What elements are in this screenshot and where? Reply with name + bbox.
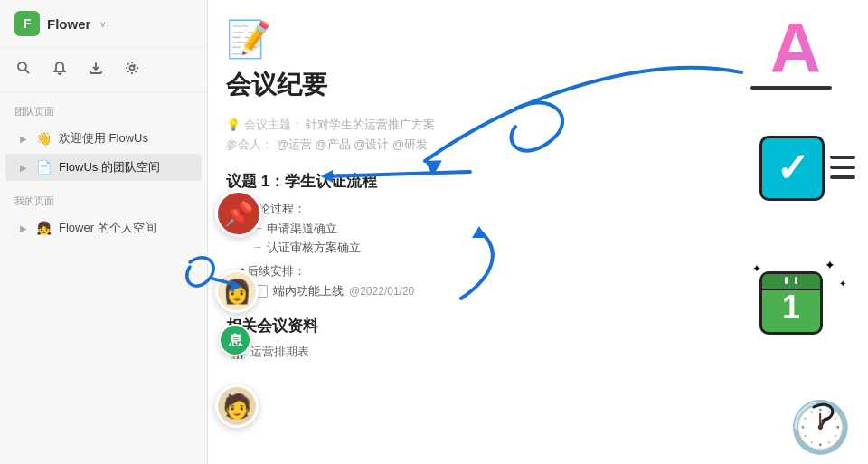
doc-meta-attendees: 参会人： @运营 @产品 @设计 @研发: [226, 137, 696, 153]
welcome-label: 欢迎使用 FlowUs: [59, 130, 148, 147]
avatar-1: 📌: [215, 190, 262, 237]
sidebar-item-personal-space[interactable]: ▶ 👧 Flower 的个人空间: [5, 214, 202, 241]
my-section-label: 我的页面: [0, 182, 207, 213]
app-logo: F: [14, 11, 40, 36]
team-space-icon: 📄: [36, 160, 52, 175]
team-space-label: FlowUs 的团队空间: [59, 159, 160, 175]
team-section-label: 团队页面: [0, 92, 207, 124]
personal-space-label: Flower 的个人空间: [59, 220, 156, 236]
avatar-2: 👩: [215, 270, 259, 313]
notifications-button[interactable]: [51, 59, 69, 80]
topic-value: 针对学生的运营推广方案: [306, 118, 435, 131]
deco-letter-a: A: [770, 13, 821, 83]
page-wrapper: F Flower ∨: [0, 0, 868, 464]
deco-underline: [750, 86, 832, 90]
attendees-value: @运营 @产品 @设计 @研发: [277, 137, 429, 151]
task-item-1: 端内功能上线 @2022/01/20: [255, 283, 696, 299]
sidebar-item-team-space[interactable]: ▶ 📄 FlowUs 的团队空间: [5, 154, 202, 181]
svg-line-1: [25, 70, 29, 73]
sub-bullet-1: 申请渠道确立: [255, 221, 696, 237]
settings-button[interactable]: [123, 59, 141, 80]
checkbox-check-icon: ✓: [776, 148, 809, 188]
section-title-1: 议题 1：学生认证流程: [226, 171, 696, 192]
expand-icon: ▶: [20, 223, 27, 233]
app-name: Flower: [47, 16, 90, 32]
badge-icon: 息: [219, 324, 251, 356]
svg-point-2: [130, 66, 135, 71]
download-button[interactable]: [87, 59, 105, 80]
bullet-followup: 后续安排：: [241, 263, 696, 279]
doc-meta: 💡 会议主题： 针对学生的运营推广方案 参会人： @运营 @产品 @设计 @研发: [226, 117, 696, 153]
sub-bullet-2: 认证审核方案确立: [255, 240, 696, 256]
task-text: 端内功能上线: [273, 283, 344, 299]
task-date: @2022/01/20: [349, 285, 414, 298]
expand-icon: ▶: [20, 134, 27, 144]
sidebar-toolbar: [0, 48, 207, 92]
expand-icon: ▶: [20, 163, 27, 173]
followup-label: 后续安排：: [247, 263, 306, 279]
doc-meta-topic: 💡 会议主题： 针对学生的运营推广方案: [226, 117, 696, 133]
deco-clock: 🕐: [789, 398, 852, 457]
related-section: 相关会议资料: [226, 316, 696, 336]
doc-title: 会议纪要: [226, 68, 696, 102]
doc-emoji: 📝: [226, 18, 696, 61]
sparkle-3: ✦: [752, 262, 761, 275]
deco-checkbox: ✓: [760, 136, 825, 201]
welcome-icon: 👋: [36, 131, 52, 146]
main-content: 📝 会议纪要 💡 会议主题： 针对学生的运营推广方案 参会人： @运营 @产品 …: [208, 0, 723, 464]
deco-calendar: 1: [760, 271, 823, 335]
sparkle-2: ✦: [839, 279, 846, 289]
personal-space-icon: 👧: [36, 221, 52, 235]
chevron-down-icon: ∨: [99, 19, 106, 29]
bullet-discussion: 讨论过程：: [241, 201, 696, 217]
sidebar: F Flower ∨: [0, 0, 208, 464]
right-decorations: A ✓ 1 ✦ ✦ ✦ 🕐: [723, 0, 868, 464]
search-button[interactable]: [14, 59, 33, 80]
svg-point-0: [18, 62, 26, 71]
related-link-1[interactable]: 📊 运营排期表: [230, 344, 696, 360]
sparkle-1: ✦: [825, 258, 835, 272]
app-header[interactable]: F Flower ∨: [0, 0, 207, 48]
deco-lines: [830, 156, 855, 179]
calendar-number: 1: [782, 291, 800, 324]
sidebar-item-welcome[interactable]: ▶ 👋 欢迎使用 FlowUs: [5, 125, 202, 152]
link-text: 运营排期表: [250, 344, 309, 360]
avatar-3: 🧑: [215, 384, 259, 428]
